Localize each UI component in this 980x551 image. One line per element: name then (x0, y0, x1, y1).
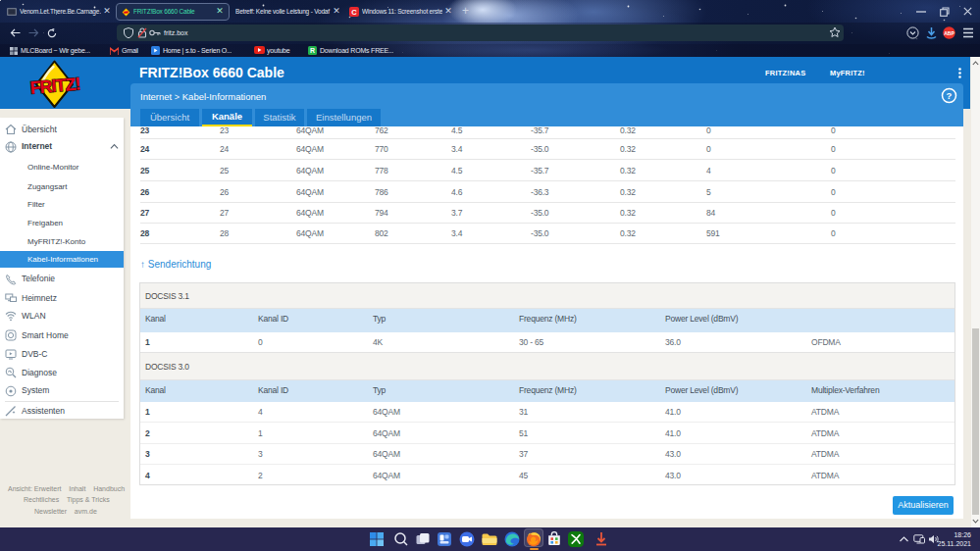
svg-text:C: C (351, 8, 357, 17)
svg-text:ABP: ABP (944, 30, 954, 36)
svg-text:FRITZ!: FRITZ! (29, 74, 81, 97)
svg-text:R: R (310, 47, 315, 54)
svg-text:?: ? (947, 90, 953, 101)
